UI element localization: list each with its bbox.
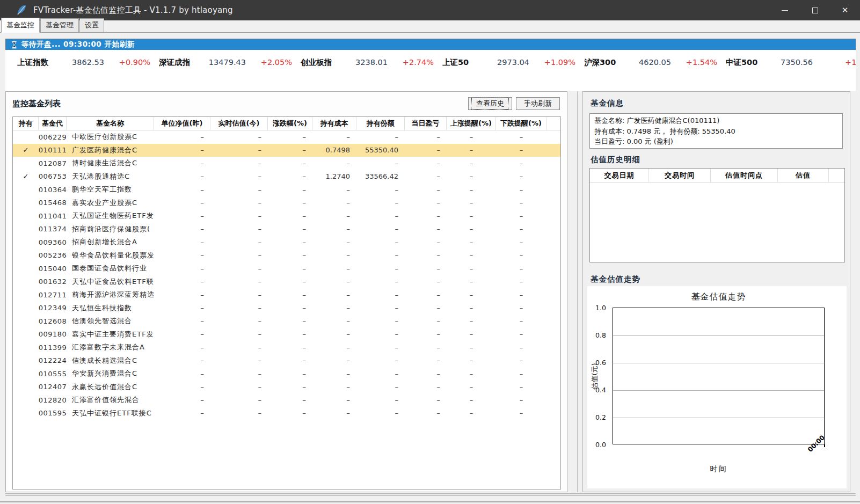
history-column-header[interactable]: 估值时间点: [711, 169, 778, 182]
panel-divider[interactable]: [577, 91, 578, 492]
cell-cost: 1.2740: [312, 170, 356, 184]
cell-held: [13, 315, 39, 328]
cell-code: 001632: [39, 275, 67, 289]
column-header[interactable]: 实时估值(今): [210, 117, 268, 130]
index-item: 上证50 2973.04 +1.09%: [442, 57, 584, 90]
fund-row[interactable]: 010364 鹏华空天军工指数 – – – – – – – –: [13, 183, 560, 196]
fund-row[interactable]: 015468 嘉实农业产业股票C – – – – – – – –: [13, 196, 560, 210]
history-column-header[interactable]: 交易时间: [649, 169, 711, 182]
cell-filler: [546, 236, 560, 249]
fund-row[interactable]: 009360 招商创新增长混合A – – – – – – – –: [13, 236, 560, 249]
cell-code: 006229: [39, 130, 67, 144]
cell-est-now: –: [210, 367, 268, 381]
horizontal-scrollbar[interactable]: [5, 493, 856, 496]
status-banner: 等待开盘... 09:30:00 开始刷新: [5, 39, 856, 50]
cell-change-pct: –: [268, 393, 312, 407]
cell-change-pct: –: [268, 223, 312, 236]
cell-rise-alert: –: [447, 315, 496, 328]
history-title: 估值历史明细: [591, 155, 640, 165]
cell-held: [13, 302, 39, 315]
cell-name: 华安新兴消费混合C: [67, 367, 154, 381]
cell-fall-alert: –: [496, 328, 546, 341]
cell-code: 012224: [39, 354, 67, 368]
fund-row[interactable]: 012224 信澳成长精选混合C – – – – – – – –: [13, 354, 560, 368]
column-header[interactable]: 当日盈亏: [405, 117, 447, 130]
index-item: 深证成指 13479.43 +2.05%: [159, 57, 301, 90]
column-header[interactable]: 基金代: [39, 117, 67, 130]
column-header[interactable]: 持有份额: [356, 117, 405, 130]
fund-list-panel: 监控基金列表 查看历史 手动刷新 持有基金代基金名称单位净值(昨)实时估值(今)…: [5, 91, 567, 492]
fund-row[interactable]: 006229 中欧医疗创新股票C – – – – – – – –: [13, 130, 560, 144]
fund-row[interactable]: 012711 前海开源沪港深蓝筹精选 – – – – – – – –: [13, 288, 560, 302]
cell-nav-prev: –: [154, 170, 210, 184]
cell-shares: –: [356, 262, 405, 275]
maximize-button[interactable]: [800, 0, 830, 20]
fund-row[interactable]: 012087 博时健康生活混合C – – – – – – – –: [13, 157, 560, 170]
cell-fall-alert: –: [496, 249, 546, 262]
cell-fall-alert: –: [496, 262, 546, 275]
fund-row[interactable]: 001632 天弘中证食品饮料ETF联 – – – – – – – –: [13, 275, 560, 289]
fund-row[interactable]: 012407 永赢长远价值混合C – – – – – – – –: [13, 381, 560, 394]
cell-cost: –: [312, 288, 356, 302]
cell-held: [13, 183, 39, 196]
fund-row[interactable]: 011399 汇添富数字未来混合A – – – – – – – –: [13, 341, 560, 354]
minimize-button[interactable]: [770, 0, 800, 20]
cell-nav-prev: –: [154, 144, 210, 157]
fund-row[interactable]: 015040 国泰国证食品饮料行业 – – – – – – – –: [13, 262, 560, 275]
view-history-button[interactable]: 查看历史: [468, 97, 512, 110]
column-header[interactable]: 上涨提醒(%): [447, 117, 496, 130]
cell-held: [13, 249, 39, 262]
tab-bar: 基金监控基金管理设置: [0, 20, 860, 33]
column-header[interactable]: 下跌提醒(%): [496, 117, 546, 130]
history-column-header[interactable]: 交易日期: [590, 169, 649, 182]
manual-refresh-button[interactable]: 手动刷新: [516, 97, 560, 110]
index-item: 上证指数 3862.53 +0.90%: [17, 57, 159, 90]
cell-est-now: –: [210, 328, 268, 341]
tab[interactable]: 设置: [79, 18, 104, 32]
cell-pnl-today: –: [405, 315, 447, 328]
fund-row[interactable]: 010555 华安新兴消费混合C – – – – – – – –: [13, 367, 560, 381]
history-column-header[interactable]: 估值: [778, 169, 829, 182]
fund-row[interactable]: ✓ 006753 天弘港股通精选C – – – 1.2740 33566.42 …: [13, 170, 560, 184]
tab[interactable]: 基金监控: [1, 18, 40, 33]
cell-fall-alert: –: [496, 302, 546, 315]
cell-nav-prev: –: [154, 381, 210, 394]
index-change: +1.54%: [671, 58, 717, 67]
cell-pnl-today: –: [405, 183, 447, 196]
fund-row[interactable]: 011041 天弘国证生物医药ETF发 – – – – – – – –: [13, 209, 560, 223]
cell-fall-alert: –: [496, 183, 546, 196]
fund-row[interactable]: 012820 汇添富价值领先混合 – – – – – – – –: [13, 393, 560, 407]
cell-pnl-today: –: [405, 209, 447, 223]
column-header[interactable]: 持有成本: [312, 117, 356, 130]
close-button[interactable]: ✕: [830, 0, 860, 20]
column-header[interactable]: 单位净值(昨): [154, 117, 210, 130]
fund-row[interactable]: 012608 信澳领先智选混合 – – – – – – – –: [13, 315, 560, 328]
column-header[interactable]: 涨跌幅(%): [268, 117, 312, 130]
app-icon: [16, 4, 27, 17]
cell-change-pct: –: [268, 341, 312, 354]
cell-shares: –: [356, 354, 405, 368]
cell-change-pct: –: [268, 196, 312, 210]
cell-est-now: –: [210, 275, 268, 289]
chart-title: 基金估值走势: [613, 291, 825, 303]
tab[interactable]: 基金管理: [40, 18, 79, 32]
fund-row[interactable]: 005236 银华食品饮料量化股票发 – – – – – – – –: [13, 249, 560, 262]
cell-rise-alert: –: [447, 130, 496, 144]
cell-shares: –: [356, 367, 405, 381]
cell-pnl-today: –: [405, 196, 447, 210]
cell-filler: [546, 328, 560, 341]
cell-held: [13, 393, 39, 407]
column-header[interactable]: 基金名称: [67, 117, 154, 130]
cell-cost: 0.7498: [312, 144, 356, 157]
cell-code: 011399: [39, 341, 67, 354]
fund-row[interactable]: 011374 招商前沿医疗保健股票( – – – – – – – –: [13, 223, 560, 236]
cell-est-now: –: [210, 223, 268, 236]
fund-row[interactable]: 009180 嘉实中证主要消费ETF发 – – – – – – – –: [13, 328, 560, 341]
cell-cost: –: [312, 341, 356, 354]
fund-row[interactable]: 001595 天弘中证银行ETF联接C – – – – – – – –: [13, 407, 560, 420]
cell-shares: –: [356, 183, 405, 196]
fund-row[interactable]: 012349 天弘恒生科技指数 – – – – – – – –: [13, 302, 560, 315]
fund-row[interactable]: ✓ 010111 广发医药健康混合C – – – 0.7498 55350.40…: [13, 144, 560, 157]
cell-pnl-today: –: [405, 407, 447, 420]
column-header[interactable]: 持有: [13, 117, 39, 130]
